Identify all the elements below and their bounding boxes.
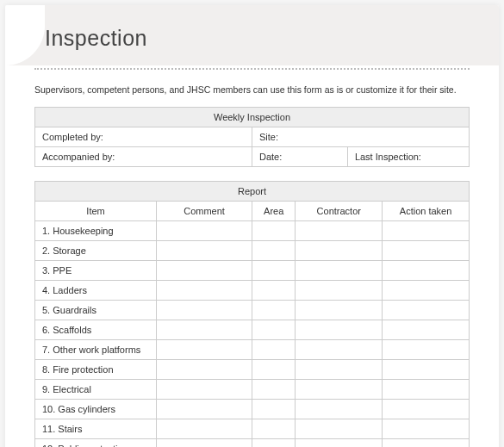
empty-cell: [296, 300, 383, 320]
empty-cell: [296, 399, 383, 419]
empty-cell: [252, 320, 295, 339]
empty-cell: [383, 359, 470, 379]
item-cell: 3. PPE: [35, 260, 157, 280]
empty-cell: [296, 240, 383, 260]
col-action: Action taken: [383, 201, 470, 220]
report-columns-row: Item Comment Area Contractor Action take…: [35, 201, 470, 220]
empty-cell: [296, 339, 383, 359]
table-row: 2. Storage: [35, 240, 470, 260]
empty-cell: [252, 419, 295, 438]
empty-cell: [252, 260, 295, 280]
empty-cell: [296, 220, 383, 240]
empty-cell: [383, 240, 470, 260]
page-title: Inspection: [45, 26, 471, 51]
empty-cell: [383, 379, 470, 399]
empty-cell: [296, 379, 383, 399]
empty-cell: [157, 419, 252, 438]
table-row: 5. Guardrails: [35, 300, 470, 320]
empty-cell: [383, 438, 470, 447]
table-row: 12. Public protection: [35, 438, 470, 447]
empty-cell: [252, 240, 295, 260]
report-table: Report Item Comment Area Contractor Acti…: [34, 181, 470, 447]
intro-text: Supervisors, competent persons, and JHSC…: [34, 84, 470, 96]
empty-cell: [252, 280, 295, 300]
completed-by-label: Completed by:: [35, 127, 252, 146]
empty-cell: [383, 300, 470, 320]
table-row: 6. Scaffolds: [35, 320, 470, 339]
table-row: 11. Stairs: [35, 419, 470, 438]
empty-cell: [383, 419, 470, 438]
item-cell: 1. Housekeeping: [35, 220, 157, 240]
table-row: 4. Ladders: [35, 280, 470, 300]
table-row: 7. Other work platforms: [35, 339, 470, 359]
empty-cell: [157, 260, 252, 280]
table-row: 8. Fire protection: [35, 359, 470, 379]
empty-cell: [383, 339, 470, 359]
empty-cell: [383, 320, 470, 339]
empty-cell: [157, 240, 252, 260]
empty-cell: [252, 300, 295, 320]
col-comment: Comment: [157, 201, 252, 220]
empty-cell: [252, 359, 295, 379]
col-item: Item: [35, 201, 157, 220]
accompanied-by-label: Accompanied by:: [35, 146, 252, 166]
empty-cell: [296, 359, 383, 379]
table-row: 3. PPE: [35, 260, 470, 280]
empty-cell: [157, 379, 252, 399]
item-cell: 9. Electrical: [35, 379, 157, 399]
table-row: 10. Gas cylinders: [35, 399, 470, 419]
empty-cell: [383, 280, 470, 300]
empty-cell: [296, 280, 383, 300]
item-cell: 8. Fire protection: [35, 359, 157, 379]
empty-cell: [157, 359, 252, 379]
weekly-inspection-table: Weekly Inspection Completed by: Site: Ac…: [34, 107, 470, 167]
item-cell: 12. Public protection: [35, 438, 157, 447]
last-inspection-label: Last Inspection:: [347, 146, 469, 166]
item-cell: 6. Scaffolds: [35, 320, 157, 339]
empty-cell: [296, 419, 383, 438]
header: Inspection: [5, 5, 499, 61]
site-label: Site:: [252, 127, 470, 146]
empty-cell: [296, 438, 383, 447]
empty-cell: [157, 339, 252, 359]
item-cell: 4. Ladders: [35, 280, 157, 300]
empty-cell: [252, 379, 295, 399]
date-label: Date:: [252, 146, 348, 166]
empty-cell: [157, 300, 252, 320]
item-cell: 11. Stairs: [35, 419, 157, 438]
empty-cell: [296, 320, 383, 339]
item-cell: 10. Gas cylinders: [35, 399, 157, 419]
empty-cell: [383, 220, 470, 240]
empty-cell: [157, 320, 252, 339]
empty-cell: [252, 220, 295, 240]
empty-cell: [252, 339, 295, 359]
item-cell: 7. Other work platforms: [35, 339, 157, 359]
empty-cell: [157, 399, 252, 419]
divider-dots: [34, 68, 470, 70]
empty-cell: [252, 438, 295, 447]
col-contractor: Contractor: [296, 201, 383, 220]
item-cell: 5. Guardrails: [35, 300, 157, 320]
item-cell: 2. Storage: [35, 240, 157, 260]
empty-cell: [383, 260, 470, 280]
empty-cell: [383, 399, 470, 419]
col-area: Area: [252, 201, 295, 220]
table-row: 1. Housekeeping: [35, 220, 470, 240]
weekly-header: Weekly Inspection: [35, 107, 470, 127]
empty-cell: [157, 438, 252, 447]
empty-cell: [157, 280, 252, 300]
page: Inspection Supervisors, competent person…: [5, 5, 499, 447]
report-header: Report: [35, 181, 470, 201]
empty-cell: [252, 399, 295, 419]
table-row: 9. Electrical: [35, 379, 470, 399]
empty-cell: [296, 260, 383, 280]
empty-cell: [157, 220, 252, 240]
